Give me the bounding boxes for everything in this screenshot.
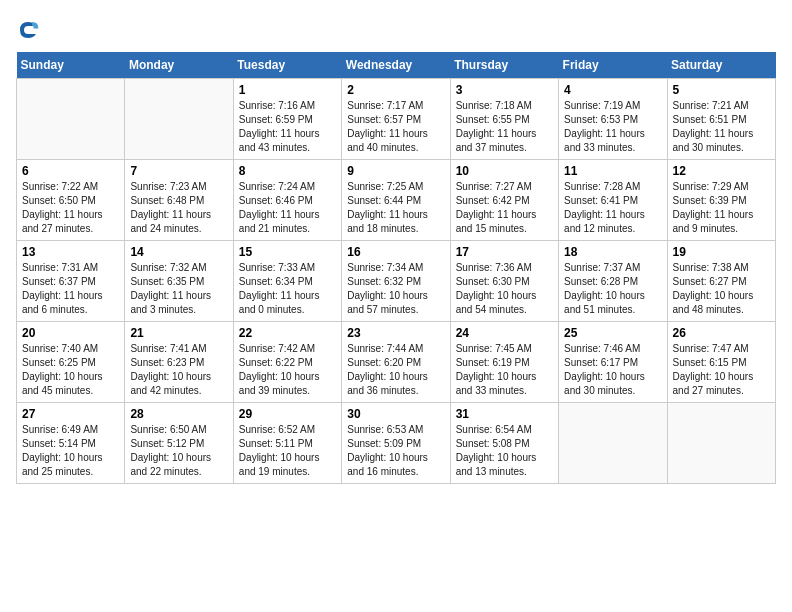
- day-cell: 21Sunrise: 7:41 AM Sunset: 6:23 PM Dayli…: [125, 322, 233, 403]
- day-cell: 19Sunrise: 7:38 AM Sunset: 6:27 PM Dayli…: [667, 241, 775, 322]
- day-detail: Sunrise: 7:47 AM Sunset: 6:15 PM Dayligh…: [673, 342, 770, 398]
- day-detail: Sunrise: 7:44 AM Sunset: 6:20 PM Dayligh…: [347, 342, 444, 398]
- day-cell: 22Sunrise: 7:42 AM Sunset: 6:22 PM Dayli…: [233, 322, 341, 403]
- day-detail: Sunrise: 7:45 AM Sunset: 6:19 PM Dayligh…: [456, 342, 553, 398]
- day-detail: Sunrise: 7:31 AM Sunset: 6:37 PM Dayligh…: [22, 261, 119, 317]
- day-number: 17: [456, 245, 553, 259]
- day-detail: Sunrise: 6:49 AM Sunset: 5:14 PM Dayligh…: [22, 423, 119, 479]
- day-cell: 5Sunrise: 7:21 AM Sunset: 6:51 PM Daylig…: [667, 79, 775, 160]
- header-friday: Friday: [559, 52, 667, 79]
- day-detail: Sunrise: 7:41 AM Sunset: 6:23 PM Dayligh…: [130, 342, 227, 398]
- day-detail: Sunrise: 7:36 AM Sunset: 6:30 PM Dayligh…: [456, 261, 553, 317]
- day-number: 8: [239, 164, 336, 178]
- day-cell: 10Sunrise: 7:27 AM Sunset: 6:42 PM Dayli…: [450, 160, 558, 241]
- day-detail: Sunrise: 7:37 AM Sunset: 6:28 PM Dayligh…: [564, 261, 661, 317]
- header-saturday: Saturday: [667, 52, 775, 79]
- day-number: 1: [239, 83, 336, 97]
- day-cell: 25Sunrise: 7:46 AM Sunset: 6:17 PM Dayli…: [559, 322, 667, 403]
- day-detail: Sunrise: 7:19 AM Sunset: 6:53 PM Dayligh…: [564, 99, 661, 155]
- day-cell: [667, 403, 775, 484]
- day-number: 7: [130, 164, 227, 178]
- day-number: 24: [456, 326, 553, 340]
- day-number: 10: [456, 164, 553, 178]
- day-number: 5: [673, 83, 770, 97]
- day-detail: Sunrise: 7:33 AM Sunset: 6:34 PM Dayligh…: [239, 261, 336, 317]
- day-cell: 17Sunrise: 7:36 AM Sunset: 6:30 PM Dayli…: [450, 241, 558, 322]
- day-number: 27: [22, 407, 119, 421]
- header-monday: Monday: [125, 52, 233, 79]
- day-detail: Sunrise: 7:42 AM Sunset: 6:22 PM Dayligh…: [239, 342, 336, 398]
- day-detail: Sunrise: 7:34 AM Sunset: 6:32 PM Dayligh…: [347, 261, 444, 317]
- header-tuesday: Tuesday: [233, 52, 341, 79]
- day-cell: 18Sunrise: 7:37 AM Sunset: 6:28 PM Dayli…: [559, 241, 667, 322]
- day-cell: 14Sunrise: 7:32 AM Sunset: 6:35 PM Dayli…: [125, 241, 233, 322]
- day-number: 16: [347, 245, 444, 259]
- day-detail: Sunrise: 7:40 AM Sunset: 6:25 PM Dayligh…: [22, 342, 119, 398]
- day-number: 3: [456, 83, 553, 97]
- day-detail: Sunrise: 7:28 AM Sunset: 6:41 PM Dayligh…: [564, 180, 661, 236]
- day-detail: Sunrise: 7:27 AM Sunset: 6:42 PM Dayligh…: [456, 180, 553, 236]
- day-number: 6: [22, 164, 119, 178]
- day-number: 15: [239, 245, 336, 259]
- week-row-2: 6Sunrise: 7:22 AM Sunset: 6:50 PM Daylig…: [17, 160, 776, 241]
- day-number: 18: [564, 245, 661, 259]
- week-row-3: 13Sunrise: 7:31 AM Sunset: 6:37 PM Dayli…: [17, 241, 776, 322]
- week-row-1: 1Sunrise: 7:16 AM Sunset: 6:59 PM Daylig…: [17, 79, 776, 160]
- page-header: [16, 16, 776, 42]
- day-cell: 23Sunrise: 7:44 AM Sunset: 6:20 PM Dayli…: [342, 322, 450, 403]
- day-detail: Sunrise: 7:16 AM Sunset: 6:59 PM Dayligh…: [239, 99, 336, 155]
- day-cell: 27Sunrise: 6:49 AM Sunset: 5:14 PM Dayli…: [17, 403, 125, 484]
- day-detail: Sunrise: 7:17 AM Sunset: 6:57 PM Dayligh…: [347, 99, 444, 155]
- day-detail: Sunrise: 7:21 AM Sunset: 6:51 PM Dayligh…: [673, 99, 770, 155]
- day-number: 23: [347, 326, 444, 340]
- day-detail: Sunrise: 7:22 AM Sunset: 6:50 PM Dayligh…: [22, 180, 119, 236]
- day-detail: Sunrise: 7:23 AM Sunset: 6:48 PM Dayligh…: [130, 180, 227, 236]
- day-cell: 31Sunrise: 6:54 AM Sunset: 5:08 PM Dayli…: [450, 403, 558, 484]
- day-cell: 29Sunrise: 6:52 AM Sunset: 5:11 PM Dayli…: [233, 403, 341, 484]
- calendar-header-row: SundayMondayTuesdayWednesdayThursdayFrid…: [17, 52, 776, 79]
- day-number: 21: [130, 326, 227, 340]
- logo-icon: [16, 18, 40, 42]
- day-cell: 30Sunrise: 6:53 AM Sunset: 5:09 PM Dayli…: [342, 403, 450, 484]
- day-number: 11: [564, 164, 661, 178]
- day-number: 28: [130, 407, 227, 421]
- day-cell: 16Sunrise: 7:34 AM Sunset: 6:32 PM Dayli…: [342, 241, 450, 322]
- day-cell: 20Sunrise: 7:40 AM Sunset: 6:25 PM Dayli…: [17, 322, 125, 403]
- day-number: 13: [22, 245, 119, 259]
- day-cell: 6Sunrise: 7:22 AM Sunset: 6:50 PM Daylig…: [17, 160, 125, 241]
- day-cell: 26Sunrise: 7:47 AM Sunset: 6:15 PM Dayli…: [667, 322, 775, 403]
- day-number: 25: [564, 326, 661, 340]
- day-detail: Sunrise: 7:29 AM Sunset: 6:39 PM Dayligh…: [673, 180, 770, 236]
- day-cell: 13Sunrise: 7:31 AM Sunset: 6:37 PM Dayli…: [17, 241, 125, 322]
- day-cell: 1Sunrise: 7:16 AM Sunset: 6:59 PM Daylig…: [233, 79, 341, 160]
- day-cell: 2Sunrise: 7:17 AM Sunset: 6:57 PM Daylig…: [342, 79, 450, 160]
- day-cell: 9Sunrise: 7:25 AM Sunset: 6:44 PM Daylig…: [342, 160, 450, 241]
- header-sunday: Sunday: [17, 52, 125, 79]
- day-detail: Sunrise: 7:38 AM Sunset: 6:27 PM Dayligh…: [673, 261, 770, 317]
- day-cell: 15Sunrise: 7:33 AM Sunset: 6:34 PM Dayli…: [233, 241, 341, 322]
- day-detail: Sunrise: 6:52 AM Sunset: 5:11 PM Dayligh…: [239, 423, 336, 479]
- day-detail: Sunrise: 6:54 AM Sunset: 5:08 PM Dayligh…: [456, 423, 553, 479]
- day-number: 9: [347, 164, 444, 178]
- day-number: 31: [456, 407, 553, 421]
- day-cell: 12Sunrise: 7:29 AM Sunset: 6:39 PM Dayli…: [667, 160, 775, 241]
- day-detail: Sunrise: 6:53 AM Sunset: 5:09 PM Dayligh…: [347, 423, 444, 479]
- day-number: 2: [347, 83, 444, 97]
- logo: [16, 16, 44, 42]
- day-detail: Sunrise: 6:50 AM Sunset: 5:12 PM Dayligh…: [130, 423, 227, 479]
- day-cell: 28Sunrise: 6:50 AM Sunset: 5:12 PM Dayli…: [125, 403, 233, 484]
- day-number: 20: [22, 326, 119, 340]
- day-number: 26: [673, 326, 770, 340]
- header-wednesday: Wednesday: [342, 52, 450, 79]
- day-detail: Sunrise: 7:25 AM Sunset: 6:44 PM Dayligh…: [347, 180, 444, 236]
- day-cell: 4Sunrise: 7:19 AM Sunset: 6:53 PM Daylig…: [559, 79, 667, 160]
- calendar-table: SundayMondayTuesdayWednesdayThursdayFrid…: [16, 52, 776, 484]
- day-detail: Sunrise: 7:46 AM Sunset: 6:17 PM Dayligh…: [564, 342, 661, 398]
- day-detail: Sunrise: 7:18 AM Sunset: 6:55 PM Dayligh…: [456, 99, 553, 155]
- day-number: 29: [239, 407, 336, 421]
- day-number: 12: [673, 164, 770, 178]
- day-number: 4: [564, 83, 661, 97]
- day-cell: [17, 79, 125, 160]
- day-cell: 7Sunrise: 7:23 AM Sunset: 6:48 PM Daylig…: [125, 160, 233, 241]
- day-cell: 11Sunrise: 7:28 AM Sunset: 6:41 PM Dayli…: [559, 160, 667, 241]
